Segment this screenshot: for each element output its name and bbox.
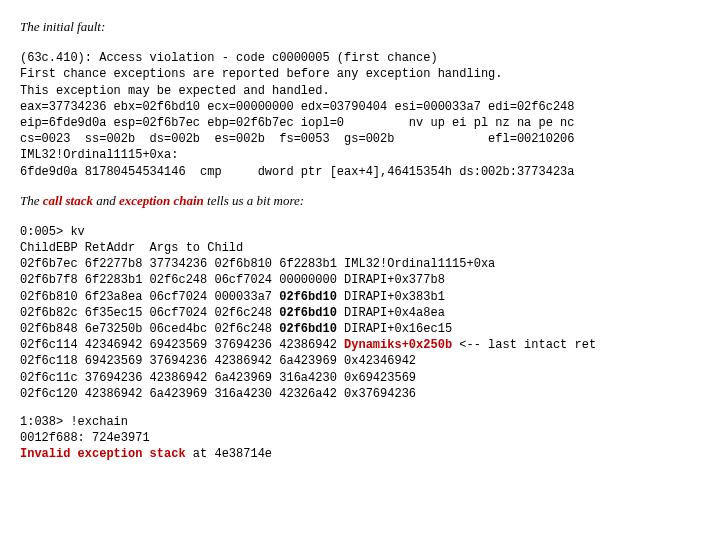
stack-arg-bold: 02f6bd10 [279, 322, 337, 336]
fault-line: This exception may be expected and handl… [20, 84, 330, 98]
stack-module: DIRAPI+0x4a8ea [344, 306, 445, 320]
exchain-rest: at 4e38714e [186, 447, 272, 461]
mid-post: tells us a bit more: [204, 193, 304, 208]
stack-sp [337, 290, 344, 304]
exchain-line: 0012f688: 724e3971 [20, 431, 150, 445]
fault-line: First chance exceptions are reported bef… [20, 67, 502, 81]
fault-block: (63c.410): Access violation - code c0000… [20, 50, 700, 180]
stack-block: 0:005> kv ChildEBP RetAddr Args to Child… [20, 224, 700, 402]
exchain-line: 1:038> !exchain [20, 415, 128, 429]
exchain-block: 1:038> !exchain 0012f688: 724e3971 Inval… [20, 414, 700, 463]
stack-module: DIRAPI+0x377b8 [344, 273, 445, 287]
stack-line: 0:005> kv [20, 225, 85, 239]
fault-line: 6fde9d0a 81780454534146 cmp dword ptr [e… [20, 165, 575, 179]
fault-line: (63c.410): Access violation - code c0000… [20, 51, 438, 65]
mid-and: and [93, 193, 119, 208]
stack-line: ChildEBP RetAddr Args to Child [20, 241, 243, 255]
stack-line: 02f6b848 6e73250b 06ced4bc 02f6c248 [20, 322, 279, 336]
stack-line: 02f6b7ec 6f2277b8 37734236 02f6b810 6f22… [20, 257, 344, 271]
debug-dump-page: The initial fault: (63c.410): Access vio… [0, 0, 720, 493]
stack-module: IML32!Ordinal1115+0xa [344, 257, 495, 271]
stack-line: 02f6c118 69423569 37694236 42386942 6a42… [20, 354, 416, 368]
stack-line: 02f6c114 42346942 69423569 37694236 4238… [20, 338, 344, 352]
stack-line: 02f6c11c 37694236 42386942 6a423969 316a… [20, 371, 416, 385]
stack-arg-bold: 02f6bd10 [279, 290, 337, 304]
stack-line: 02f6b7f8 6f2283b1 02f6c248 06cf7024 0000… [20, 273, 344, 287]
stack-line: 02f6b810 6f23a8ea 06cf7024 000033a7 [20, 290, 279, 304]
intro-line: The initial fault: [20, 19, 105, 34]
mid-exchain: exception chain [119, 193, 204, 208]
fault-line: cs=0023 ss=002b ds=002b es=002b fs=0053 … [20, 132, 575, 146]
mid-callstack: call stack [43, 193, 93, 208]
intro-text: The initial fault: [20, 18, 700, 36]
stack-arg-bold: 02f6bd10 [279, 306, 337, 320]
mid-text: The call stack and exception chain tells… [20, 192, 700, 210]
fault-line: eax=37734236 ebx=02f6bd10 ecx=00000000 e… [20, 100, 575, 114]
stack-note: <-- last intact ret [452, 338, 596, 352]
stack-module-highlight: Dynamiks+0x250b [344, 338, 452, 352]
fault-line: IML32!Ordinal1115+0xa: [20, 148, 178, 162]
stack-module: DIRAPI+0x383b1 [344, 290, 445, 304]
fault-line: eip=6fde9d0a esp=02f6b7ec ebp=02f6b7ec i… [20, 116, 575, 130]
stack-sp [337, 306, 344, 320]
stack-module: DIRAPI+0x16ec15 [344, 322, 452, 336]
stack-line: 02f6b82c 6f35ec15 06cf7024 02f6c248 [20, 306, 279, 320]
stack-line: 02f6c120 42386942 6a423969 316a4230 4232… [20, 387, 416, 401]
mid-pre: The [20, 193, 43, 208]
stack-sp [337, 322, 344, 336]
exchain-invalid: Invalid exception stack [20, 447, 186, 461]
